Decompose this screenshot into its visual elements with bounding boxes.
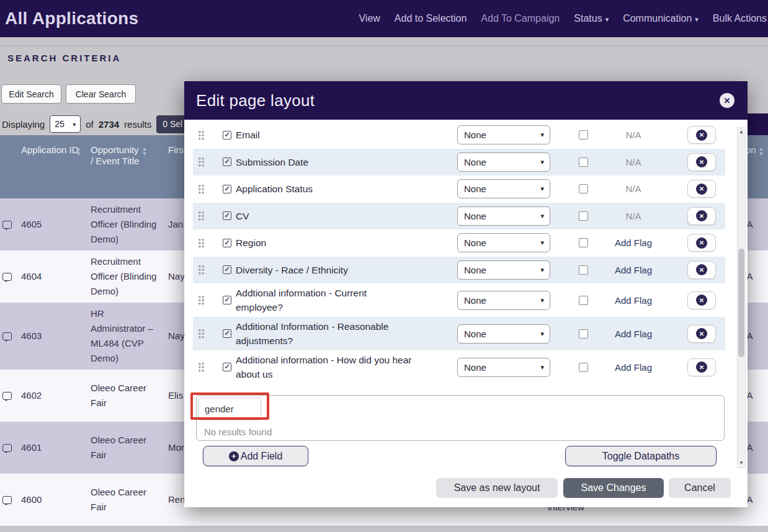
results-count: 2734 <box>99 119 119 130</box>
field-format-select[interactable]: None▾ <box>457 358 550 377</box>
chat-bubble-icon[interactable] <box>2 444 12 452</box>
remove-field-button[interactable]: ✕ <box>687 261 716 279</box>
scrollbar-thumb[interactable] <box>738 249 744 357</box>
flag-na-text: N/A <box>625 130 641 140</box>
chat-bubble-icon[interactable] <box>2 221 12 229</box>
field-flag-cell: Add Flag <box>593 329 674 339</box>
remove-field-button[interactable]: ✕ <box>687 180 716 198</box>
toggle-datapaths-button[interactable]: Toggle Datapaths <box>565 446 717 466</box>
field-row[interactable]: ✓CVNone▾N/A✕ <box>193 203 725 230</box>
field-flag-cell: N/A <box>593 211 674 221</box>
field-format-select[interactable]: None▾ <box>457 291 550 310</box>
nav-item-add-to-selection[interactable]: Add to Selection <box>395 13 467 24</box>
search-criteria-label: SEARCH CRITERIA <box>7 53 121 63</box>
remove-icon: ✕ <box>696 184 707 195</box>
caret-down-icon: ▾ <box>540 330 544 338</box>
sort-icon[interactable]: ▲▼ <box>76 144 81 156</box>
scroll-up-icon[interactable]: ▲ <box>738 128 745 136</box>
cancel-button[interactable]: Cancel <box>669 478 731 498</box>
field-checked-checkbox[interactable]: ✓ <box>223 239 231 247</box>
cell-id: 4601 <box>17 440 87 455</box>
add-flag-link[interactable]: Add Flag <box>615 237 652 248</box>
remove-field-button[interactable]: ✕ <box>687 291 716 309</box>
field-format-select[interactable]: None▾ <box>457 125 550 144</box>
field-flag-checkbox[interactable] <box>579 238 588 247</box>
field-flag-checkbox[interactable] <box>579 157 588 167</box>
add-flag-link[interactable]: Add Flag <box>615 265 652 275</box>
field-row[interactable]: ✓EmailNone▾N/A✕ <box>193 122 725 149</box>
drag-handle-icon[interactable] <box>198 130 205 140</box>
field-flag-checkbox[interactable] <box>579 363 588 372</box>
field-row[interactable]: ✓Submission DateNone▾N/A✕ <box>193 149 725 176</box>
drag-handle-icon[interactable] <box>198 157 205 167</box>
field-flag-checkbox[interactable] <box>579 211 588 221</box>
add-flag-link[interactable]: Add Flag <box>615 362 652 373</box>
add-flag-link[interactable]: Add Flag <box>615 295 652 306</box>
field-flag-checkbox[interactable] <box>579 184 588 193</box>
field-flag-checkbox[interactable] <box>579 329 588 339</box>
field-format-select[interactable]: None▾ <box>457 179 550 198</box>
field-format-value: None <box>464 329 486 339</box>
drag-handle-icon[interactable] <box>198 184 205 194</box>
plus-icon: + <box>229 451 239 461</box>
field-checked-checkbox[interactable]: ✓ <box>223 363 231 371</box>
field-format-select[interactable]: None▾ <box>457 206 550 226</box>
sort-icon[interactable]: ▲▼ <box>141 144 147 156</box>
field-row[interactable]: ✓Additional Information - Reasonable adj… <box>193 317 725 350</box>
field-flag-checkbox[interactable] <box>579 130 588 140</box>
flag-na-text: N/A <box>625 184 641 194</box>
remove-field-button[interactable]: ✕ <box>687 207 716 225</box>
save-as-new-layout-button[interactable]: Save as new layout <box>436 478 558 498</box>
field-label: Region <box>236 236 450 250</box>
chat-bubble-icon[interactable] <box>2 496 12 504</box>
scroll-down-icon[interactable]: ▼ <box>738 459 745 468</box>
close-icon[interactable]: ✕ <box>720 93 735 108</box>
drag-handle-icon[interactable] <box>198 295 205 305</box>
field-row[interactable]: ✓Additional information - How did you he… <box>193 350 725 384</box>
field-checked-checkbox[interactable]: ✓ <box>223 131 231 140</box>
drag-handle-icon[interactable] <box>198 238 205 248</box>
clear-search-button[interactable]: Clear Search <box>66 84 136 104</box>
nav-item-status[interactable]: Status▾ <box>574 13 609 24</box>
field-format-select[interactable]: None▾ <box>457 153 550 172</box>
save-changes-button[interactable]: Save Changes <box>563 478 664 498</box>
modal-scrollbar[interactable]: ▲ ▼ <box>737 127 746 468</box>
remove-field-button[interactable]: ✕ <box>687 325 716 343</box>
field-checked-checkbox[interactable]: ✓ <box>223 329 231 338</box>
field-format-select[interactable]: None▾ <box>457 260 550 280</box>
field-row[interactable]: ✓RegionNone▾Add Flag✕ <box>193 229 725 257</box>
remove-field-button[interactable]: ✕ <box>687 358 716 376</box>
remove-field-button[interactable]: ✕ <box>687 234 716 252</box>
edit-search-button[interactable]: Edit Search <box>1 84 61 104</box>
field-checked-checkbox[interactable]: ✓ <box>223 296 231 304</box>
remove-field-button[interactable]: ✕ <box>687 153 716 171</box>
drag-handle-icon[interactable] <box>198 362 205 372</box>
field-row[interactable]: ✓Application StatusNone▾N/A✕ <box>193 175 725 203</box>
nav-item-view[interactable]: View <box>359 13 380 24</box>
add-field-button[interactable]: + Add Field <box>203 446 308 466</box>
drag-handle-icon[interactable] <box>198 265 205 275</box>
field-flag-checkbox[interactable] <box>579 296 588 305</box>
field-format-select[interactable]: None▾ <box>457 233 550 252</box>
sort-icon[interactable]: ▲▼ <box>759 144 764 156</box>
field-row[interactable]: ✓Diversity - Race / EthnicityNone▾Add Fl… <box>193 257 725 284</box>
field-search-input[interactable] <box>198 397 261 420</box>
field-row[interactable]: ✓Addtional information - Current employe… <box>193 283 725 317</box>
field-checked-checkbox[interactable]: ✓ <box>223 265 231 274</box>
add-flag-link[interactable]: Add Flag <box>615 329 652 339</box>
nav-item-communication[interactable]: Communication▾ <box>623 13 699 24</box>
field-format-select[interactable]: None▾ <box>457 324 550 344</box>
field-flag-checkbox[interactable] <box>579 265 588 275</box>
page-size-select[interactable]: 25 ▾ <box>50 115 81 133</box>
field-checked-checkbox[interactable]: ✓ <box>223 211 231 220</box>
nav-item-add-to-campaign[interactable]: Add To Campaign <box>481 13 560 24</box>
field-checked-checkbox[interactable]: ✓ <box>223 157 231 166</box>
chat-bubble-icon[interactable] <box>2 332 12 340</box>
nav-item-bulk-actions[interactable]: Bulk Actions <box>713 13 767 24</box>
drag-handle-icon[interactable] <box>198 211 205 221</box>
chat-bubble-icon[interactable] <box>2 273 12 281</box>
remove-field-button[interactable]: ✕ <box>687 126 716 144</box>
drag-handle-icon[interactable] <box>198 329 205 339</box>
chat-bubble-icon[interactable] <box>2 392 12 400</box>
field-checked-checkbox[interactable]: ✓ <box>223 185 231 193</box>
